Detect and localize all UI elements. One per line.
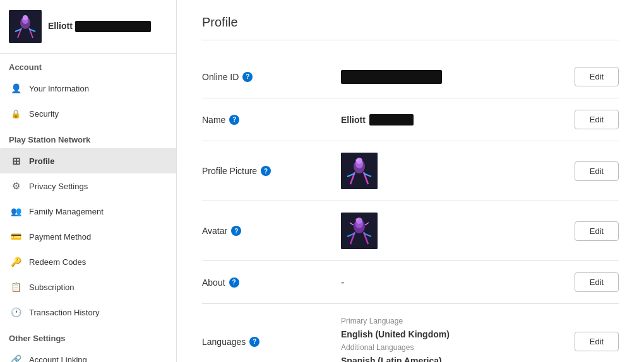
page-title: Profile xyxy=(202,15,619,40)
online-id-edit-button[interactable]: Edit xyxy=(575,67,619,86)
name-help-icon[interactable]: ? xyxy=(229,115,239,125)
sidebar-item-label: Transaction History xyxy=(29,308,100,317)
sidebar: Elliott Account Your Information Securit… xyxy=(0,0,177,362)
online-id-row: Online ID ? Edit xyxy=(202,55,619,98)
grid-icon xyxy=(9,154,23,168)
about-help-icon[interactable]: ? xyxy=(229,277,239,288)
sidebar-item-privacy-settings[interactable]: Privacy Settings xyxy=(0,173,176,199)
profile-picture-value xyxy=(328,153,575,189)
about-edit-button[interactable]: Edit xyxy=(575,272,619,292)
main-content: Profile Online ID ? Edit Name ? Elliott … xyxy=(177,0,644,362)
languages-block: Primary Language English (United Kingdom… xyxy=(341,315,562,362)
online-id-label: Online ID ? xyxy=(202,72,328,82)
profile-picture-row: Profile Picture ? Edit xyxy=(202,141,619,201)
name-edit-button[interactable]: Edit xyxy=(575,110,619,129)
sidebar-item-account-linking[interactable]: Account Linking xyxy=(0,347,176,362)
name-value: Elliott xyxy=(328,114,575,126)
avatar-edit-button[interactable]: Edit xyxy=(575,221,619,241)
username-redacted xyxy=(75,21,151,32)
about-label: About ? xyxy=(202,277,328,288)
profile-picture-edit-button[interactable]: Edit xyxy=(575,161,619,181)
name-redacted xyxy=(369,114,414,126)
svg-point-16 xyxy=(355,159,359,161)
avatar-help-icon[interactable]: ? xyxy=(231,226,241,236)
subscription-icon xyxy=(9,280,23,294)
additional-language-value: Spanish (Latin America) xyxy=(341,354,562,362)
languages-label: Languages ? xyxy=(202,337,328,347)
languages-row: Languages ? Primary Language English (Un… xyxy=(202,304,619,362)
username-display: Elliott xyxy=(48,21,73,31)
sidebar-item-security[interactable]: Security xyxy=(0,101,176,126)
user-header: Elliott xyxy=(0,0,176,54)
about-row: About ? - Edit xyxy=(202,261,619,304)
svg-point-25 xyxy=(355,218,359,221)
sidebar-item-label: Security xyxy=(29,109,59,119)
account-section-header: Account xyxy=(0,54,176,76)
avatar-row: Avatar ? Edit xyxy=(202,201,619,261)
sidebar-item-redeem-codes[interactable]: Redeem Codes xyxy=(0,249,176,274)
sidebar-item-label: Your Information xyxy=(29,84,89,93)
online-id-value xyxy=(328,70,575,84)
avatar-label: Avatar ? xyxy=(202,226,328,236)
svg-point-7 xyxy=(23,15,28,20)
avatar xyxy=(9,10,42,43)
primary-language-value: English (United Kingdom) xyxy=(341,327,562,341)
primary-language-label: Primary Language xyxy=(341,315,562,327)
sidebar-item-your-information[interactable]: Your Information xyxy=(0,76,176,101)
sidebar-item-profile[interactable]: Profile xyxy=(0,148,176,173)
history-icon xyxy=(9,305,23,319)
sidebar-item-label: Redeem Codes xyxy=(29,257,86,267)
privacy-icon xyxy=(9,179,23,193)
sidebar-item-label: Profile xyxy=(29,156,54,166)
person-icon xyxy=(9,81,23,95)
languages-value: Primary Language English (United Kingdom… xyxy=(328,315,575,362)
sidebar-item-transaction-history[interactable]: Transaction History xyxy=(0,300,176,325)
profile-picture-label: Profile Picture ? xyxy=(202,166,328,176)
sidebar-item-family-management[interactable]: Family Management xyxy=(0,199,176,224)
about-value: - xyxy=(328,277,575,288)
redeem-icon xyxy=(9,255,23,269)
online-id-redacted xyxy=(341,70,442,84)
psn-section-header: Play Station Network xyxy=(0,126,176,148)
profile-picture-help-icon[interactable]: ? xyxy=(261,166,271,176)
name-display: Elliott xyxy=(341,114,562,126)
sidebar-item-label: Family Management xyxy=(29,207,104,216)
payment-icon xyxy=(9,230,23,243)
link-icon xyxy=(9,353,23,362)
sidebar-item-label: Privacy Settings xyxy=(29,182,88,191)
online-id-help-icon[interactable]: ? xyxy=(242,72,253,82)
sidebar-item-subscription[interactable]: Subscription xyxy=(0,274,176,300)
lock-icon xyxy=(9,107,23,120)
other-section-header: Other Settings xyxy=(0,325,176,347)
languages-edit-button[interactable]: Edit xyxy=(575,332,619,351)
sidebar-item-label: Account Linking xyxy=(29,355,87,363)
name-label: Name ? xyxy=(202,115,328,125)
avatar-image xyxy=(341,213,378,249)
sidebar-item-label: Subscription xyxy=(29,283,75,292)
languages-help-icon[interactable]: ? xyxy=(249,337,259,347)
name-row: Name ? Elliott Edit xyxy=(202,98,619,141)
sidebar-item-payment-method[interactable]: Payment Method xyxy=(0,224,176,249)
avatar-value xyxy=(328,213,575,249)
family-icon xyxy=(9,204,23,218)
user-name-block: Elliott xyxy=(48,21,151,32)
sidebar-item-label: Payment Method xyxy=(29,232,91,242)
additional-language-label: Additional Languages xyxy=(341,342,562,354)
profile-picture-image xyxy=(341,153,378,189)
